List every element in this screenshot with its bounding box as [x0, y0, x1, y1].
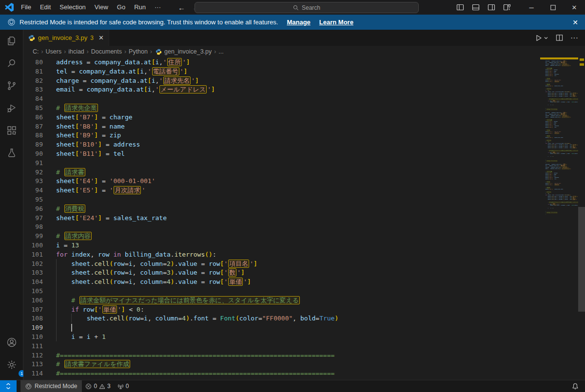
code-line-82[interactable]: 82charge = company_data.at[i,'請求先名']: [23, 76, 585, 85]
code-line-108[interactable]: 108 sheet.cell(row=i, column=4).font = F…: [23, 314, 585, 323]
manage-link[interactable]: Manage: [287, 19, 310, 26]
menu-go[interactable]: Go: [113, 0, 130, 15]
code-line-81[interactable]: 81tel = company_data.at[i,'電話番号']: [23, 67, 585, 76]
line-number[interactable]: 87: [23, 122, 43, 131]
breadcrumb-item[interactable]: Python: [128, 48, 149, 55]
line-number[interactable]: 94: [23, 186, 43, 195]
line-number[interactable]: 95: [23, 195, 43, 204]
line-number[interactable]: 89: [23, 140, 43, 149]
line-number[interactable]: 84: [23, 94, 43, 103]
code-line-92[interactable]: 92# 請求書: [23, 168, 585, 177]
breadcrumb-item[interactable]: C:: [32, 48, 40, 55]
code-line-84[interactable]: 84: [23, 94, 585, 103]
run-python-file-button[interactable]: [535, 34, 548, 42]
history-back-icon[interactable]: ←: [178, 3, 185, 12]
line-number[interactable]: 113: [23, 359, 43, 369]
breadcrumb-item[interactable]: ihciad: [67, 48, 85, 55]
toggle-primary-sidebar-icon[interactable]: [453, 0, 467, 14]
maximize-button[interactable]: [542, 0, 564, 15]
code-line-107[interactable]: 107 if row['単価'] < 0:: [23, 305, 585, 314]
code-line-86[interactable]: 86sheet['B7'] = charge: [23, 112, 585, 122]
tab-gen-invoice[interactable]: gen_invoice_3.py 3 ✕: [23, 30, 109, 46]
code-line-111[interactable]: 111: [23, 341, 585, 351]
code-line-109[interactable]: 109: [23, 323, 585, 332]
line-number[interactable]: 110: [23, 332, 43, 341]
restricted-mode-status[interactable]: Restricted Mode: [20, 380, 82, 392]
code-line-87[interactable]: 87sheet['B8'] = name: [23, 122, 585, 131]
line-number[interactable]: 93: [23, 176, 43, 186]
testing-icon[interactable]: [0, 142, 23, 164]
menu-selection[interactable]: Selection: [55, 0, 90, 15]
line-number[interactable]: 97: [23, 213, 43, 223]
breadcrumb-item[interactable]: gen_invoice_3.py: [163, 48, 213, 55]
minimap[interactable]: address = company_data.at[i,'住所']tel = c…: [540, 57, 578, 350]
line-number[interactable]: 102: [23, 259, 43, 268]
line-number[interactable]: 107: [23, 305, 43, 314]
settings-gear-icon[interactable]: 1: [0, 354, 23, 376]
code-line-97[interactable]: 97sheet['E24'] = sales_tax_rate: [23, 213, 585, 223]
line-number[interactable]: 81: [23, 67, 43, 76]
line-number[interactable]: 83: [23, 85, 43, 94]
line-number[interactable]: 112: [23, 351, 43, 360]
code-line-110[interactable]: 110 i = i + 1: [23, 332, 585, 341]
code-line-112[interactable]: 112#====================================…: [23, 351, 585, 360]
menu-[interactable]: ···: [150, 0, 165, 15]
line-number[interactable]: 100: [23, 241, 43, 250]
code-line-83[interactable]: 83email = company_data.at[i,'メールアドレス']: [23, 85, 585, 94]
line-number[interactable]: 88: [23, 131, 43, 140]
breadcrumb-item[interactable]: Documents: [90, 48, 123, 55]
code-line-91[interactable]: 91: [23, 158, 585, 168]
line-number[interactable]: 80: [23, 57, 43, 67]
code-line-90[interactable]: 90sheet['B11'] = tel: [23, 149, 585, 158]
menu-edit[interactable]: Edit: [36, 0, 55, 15]
line-number[interactable]: 86: [23, 112, 43, 122]
explorer-icon[interactable]: [0, 30, 23, 52]
learn-more-link[interactable]: Learn More: [319, 19, 353, 26]
line-number[interactable]: 92: [23, 168, 43, 177]
toggle-secondary-sidebar-icon[interactable]: [485, 0, 498, 14]
menu-run[interactable]: Run: [130, 0, 150, 15]
line-number[interactable]: 105: [23, 286, 43, 296]
line-number[interactable]: 109: [23, 323, 43, 332]
code-line-94[interactable]: 94sheet['E5'] = '月次請求': [23, 186, 585, 195]
code-line-105[interactable]: 105: [23, 286, 585, 296]
line-number[interactable]: 96: [23, 204, 43, 213]
line-number[interactable]: 101: [23, 250, 43, 259]
problems-status[interactable]: 0 3: [82, 380, 114, 392]
code-line-103[interactable]: 103 sheet.cell(row=i, column=3).value = …: [23, 268, 585, 277]
line-number[interactable]: 104: [23, 277, 43, 286]
extensions-icon[interactable]: [0, 119, 23, 142]
code-line-98[interactable]: 98: [23, 222, 585, 231]
line-number[interactable]: 82: [23, 76, 43, 85]
customize-layout-icon[interactable]: [500, 0, 514, 14]
run-debug-icon[interactable]: [0, 97, 23, 119]
split-editor-icon[interactable]: [556, 34, 563, 41]
tab-close-icon[interactable]: ✕: [98, 34, 104, 41]
line-number[interactable]: 106: [23, 296, 43, 305]
code-line-88[interactable]: 88sheet['B9'] = zip: [23, 131, 585, 140]
code-editor[interactable]: 80address = company_data.at[i,'住所']81tel…: [23, 57, 585, 380]
ports-status[interactable]: 0: [114, 380, 133, 392]
code-line-93[interactable]: 93sheet['E4'] = '000-01-001': [23, 176, 585, 186]
code-line-113[interactable]: 113# 請求書ファイルを作成: [23, 359, 585, 369]
breadcrumb-item[interactable]: Users: [45, 48, 63, 55]
banner-close-icon[interactable]: ✕: [572, 19, 578, 26]
code-line-114[interactable]: 114#====================================…: [23, 369, 585, 378]
code-line-85[interactable]: 85# 請求先企業: [23, 103, 585, 112]
code-line-101[interactable]: 101for index, row in billing_data.iterro…: [23, 250, 585, 259]
accounts-icon[interactable]: [0, 331, 23, 354]
code-line-115[interactable]: wb.save(invoice_template_file_path): [540, 215, 578, 215]
vertical-scrollbar[interactable]: [578, 207, 585, 312]
breadcrumb-item[interactable]: ...: [217, 48, 224, 55]
line-number[interactable]: 103: [23, 268, 43, 277]
line-number[interactable]: 108: [23, 314, 43, 323]
source-control-icon[interactable]: [0, 75, 23, 97]
command-center-search[interactable]: Search: [195, 2, 419, 13]
code-line-95[interactable]: 95: [23, 195, 585, 204]
code-line-104[interactable]: 104 sheet.cell(row=i, column=4).value = …: [23, 277, 585, 286]
code-line-99[interactable]: 99# 請求内容: [23, 231, 585, 241]
close-window-button[interactable]: ✕: [564, 0, 585, 15]
code-line-96[interactable]: 96# 消費税: [23, 204, 585, 213]
code-line-100[interactable]: 100i = 13: [23, 241, 585, 250]
toggle-panel-icon[interactable]: [469, 0, 483, 14]
